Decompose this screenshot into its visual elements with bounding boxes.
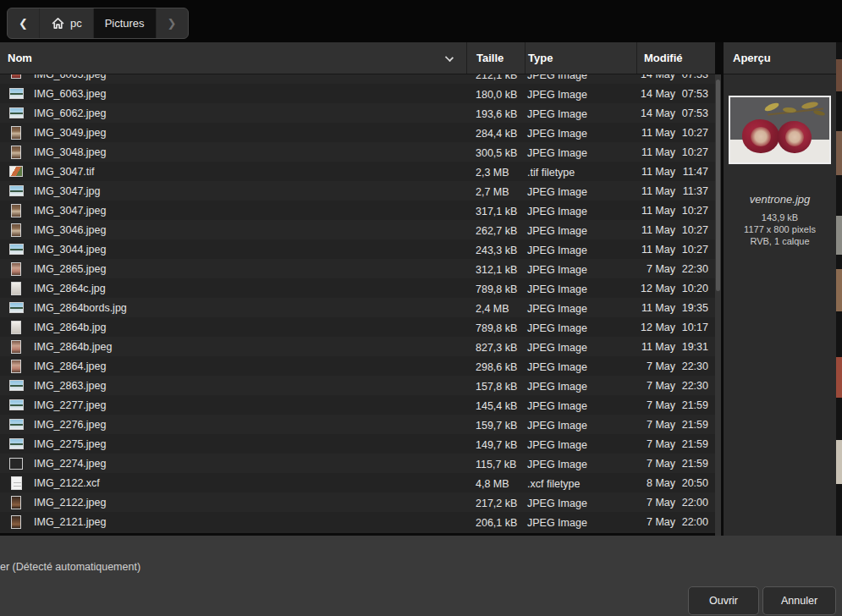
table-row[interactable]: IMG_2864.jpeg 298,6 kB JPEG Image 7 May … — [0, 356, 715, 376]
file-size: 212,1 kB — [476, 74, 517, 81]
file-type: .tif filetype — [527, 167, 575, 179]
table-row[interactable]: IMG_2864b.jpg 789,8 kB JPEG Image 12 May… — [0, 317, 715, 337]
table-row[interactable]: IMG_3048.jpeg 300,5 kB JPEG Image 11 May… — [0, 142, 715, 162]
file-modified-time: 10:20 — [675, 283, 715, 294]
table-row[interactable]: IMG_3049.jpeg 284,4 kB JPEG Image 11 May… — [0, 123, 715, 142]
table-row[interactable]: IMG_3047.tif 2,3 MB .tif filetype 11 May… — [0, 162, 715, 181]
open-button[interactable]: Ouvrir — [688, 586, 759, 615]
table-row[interactable]: IMG_2122.jpeg 217,2 kB JPEG Image 7 May … — [0, 492, 715, 512]
breadcrumb-current-label: Pictures — [105, 17, 145, 30]
table-row[interactable]: IMG_6062.jpeg 193,6 kB JPEG Image 14 May… — [0, 103, 715, 123]
file-type: JPEG Image — [527, 128, 587, 140]
table-row[interactable]: IMG_3044.jpeg 243,3 kB JPEG Image 11 May… — [0, 239, 715, 259]
back-button[interactable]: ❮ — [8, 8, 39, 38]
file-type: JPEG Image — [527, 225, 587, 237]
column-header-modified[interactable]: Modifié — [636, 42, 715, 74]
file-type: JPEG Image — [527, 186, 587, 198]
file-type: JPEG Image — [527, 303, 587, 315]
table-row[interactable]: IMG_6063.jpeg 180,0 kB JPEG Image 14 May… — [0, 84, 715, 103]
file-size: 317,1 kB — [476, 206, 517, 217]
table-row[interactable]: IMG_2122.xcf 4,8 MB .xcf filetype 8 May … — [0, 473, 715, 492]
thumbnail-leaf — [813, 109, 826, 117]
file-thumbnail-icon — [8, 184, 24, 199]
file-size: 159,7 kB — [476, 420, 517, 432]
file-thumbnail-icon — [8, 437, 24, 452]
file-size: 284,4 kB — [476, 128, 517, 140]
file-name: IMG_3047.jpg — [34, 185, 101, 197]
file-size: 298,6 kB — [476, 361, 517, 373]
breadcrumb-home-pc[interactable]: pc — [39, 8, 93, 38]
column-header-size[interactable]: Taille — [466, 42, 525, 74]
file-size: 180,0 kB — [476, 89, 517, 101]
table-row[interactable]: IMG_2863.jpeg 157,8 kB JPEG Image 7 May … — [0, 376, 715, 395]
file-name: IMG_2122.xcf — [34, 477, 100, 489]
file-type: JPEG Image — [527, 498, 587, 509]
file-modified-time: 10:27 — [675, 127, 715, 139]
file-modified-time: 22:30 — [675, 380, 715, 392]
file-modified-date: 11 May — [636, 146, 675, 158]
file-type: JPEG Image — [527, 283, 587, 295]
list-scrollbar[interactable] — [715, 74, 721, 536]
file-name: IMG_3044.jpeg — [34, 244, 106, 256]
file-modified-date: 14 May — [636, 107, 675, 119]
file-type: JPEG Image — [527, 264, 587, 276]
column-header-name[interactable]: Nom — [0, 42, 466, 74]
file-size: 217,2 kB — [476, 498, 517, 509]
file-type: JPEG Image — [527, 342, 587, 354]
file-modified-time: 19:31 — [675, 341, 715, 353]
table-row[interactable]: IMG_2121.jpeg 206,1 kB JPEG Image 7 May … — [0, 512, 715, 531]
file-modified-date: 7 May — [636, 516, 675, 528]
table-row[interactable]: IMG_3046.jpeg 262,7 kB JPEG Image 11 May… — [0, 220, 715, 239]
file-modified-date: 7 May — [636, 263, 675, 275]
preview-panel: ventrone.jpg 143,9 kB 1177 x 800 pixels … — [724, 74, 836, 536]
table-row[interactable]: IMG_2864c.jpg 789,8 kB JPEG Image 12 May… — [0, 278, 715, 298]
table-row[interactable]: IMG_2277.jpeg 145,4 kB JPEG Image 7 May … — [0, 395, 715, 415]
table-row[interactable]: IMG_2274.jpeg 115,7 kB JPEG Image 7 May … — [0, 454, 715, 473]
file-name: IMG_2276.jpeg — [34, 419, 106, 431]
column-header-type[interactable]: Type — [525, 42, 636, 74]
column-header-type-label: Type — [528, 52, 553, 64]
scrollbar-thumb[interactable] — [716, 80, 720, 291]
chevron-down-icon[interactable] — [445, 53, 454, 62]
file-thumbnail-icon — [8, 378, 24, 393]
file-modified-time: 07:53 — [675, 107, 715, 119]
file-size: 4,8 MB — [476, 478, 509, 490]
file-thumbnail-icon — [8, 398, 24, 413]
table-row[interactable]: IMG_2275.jpeg 149,7 kB JPEG Image 7 May … — [0, 434, 715, 454]
file-name: IMG_3049.jpeg — [34, 127, 106, 139]
file-modified-time: 10:17 — [675, 322, 715, 333]
table-row[interactable]: IMG_2865.jpeg 312,1 kB JPEG Image 7 May … — [0, 259, 715, 278]
file-open-dialog: ❮ pc Pictures ❯ Nom Taille — [0, 0, 842, 616]
table-row[interactable]: IMG_3047.jpeg 317,1 kB JPEG Image 11 May… — [0, 201, 715, 220]
dialog-footer: er (Détecté automatiquement) Ouvrir Annu… — [0, 536, 842, 616]
list-header: Nom Taille Type Modifié — [0, 42, 715, 74]
file-modified-date: 8 May — [636, 477, 675, 489]
breadcrumb-home-label: pc — [70, 17, 82, 30]
file-thumbnail-icon — [8, 417, 24, 432]
file-modified-date: 11 May — [636, 341, 675, 353]
file-modified-date: 11 May — [636, 127, 675, 139]
table-row[interactable]: IMG_2864bords.jpg 2,4 MB JPEG Image 11 M… — [0, 298, 715, 317]
cancel-button[interactable]: Annuler — [762, 586, 836, 615]
file-type: .xcf filetype — [527, 478, 581, 490]
file-type: JPEG Image — [527, 459, 587, 470]
filetype-selector-label[interactable]: er (Détecté automatiquement) — [0, 561, 140, 573]
forward-button[interactable]: ❯ — [156, 8, 188, 38]
preview-header: Aperçu — [724, 42, 836, 74]
file-size: 243,3 kB — [476, 245, 517, 256]
screen-edge-sliver — [836, 42, 842, 536]
file-type: JPEG Image — [527, 245, 587, 256]
table-row[interactable]: IMG_6065.jpeg 212,1 kB JPEG Image 14 May… — [0, 74, 715, 84]
file-modified-time: 11:47 — [675, 166, 715, 178]
file-size: 789,8 kB — [476, 283, 517, 295]
file-name: IMG_2864.jpeg — [34, 360, 106, 372]
table-row[interactable]: IMG_3047.jpg 2,7 MB JPEG Image 11 May 11… — [0, 181, 715, 201]
file-thumbnail-icon — [8, 223, 24, 238]
location-bar: ❮ pc Pictures ❯ — [0, 0, 842, 42]
file-thumbnail-icon — [8, 164, 24, 179]
table-row[interactable]: IMG_2864b.jpeg 827,3 kB JPEG Image 11 Ma… — [0, 337, 715, 356]
file-type: JPEG Image — [527, 439, 587, 451]
file-modified-date: 11 May — [636, 166, 675, 178]
table-row[interactable]: IMG_2276.jpeg 159,7 kB JPEG Image 7 May … — [0, 415, 715, 434]
breadcrumb-current-folder[interactable]: Pictures — [93, 8, 156, 38]
